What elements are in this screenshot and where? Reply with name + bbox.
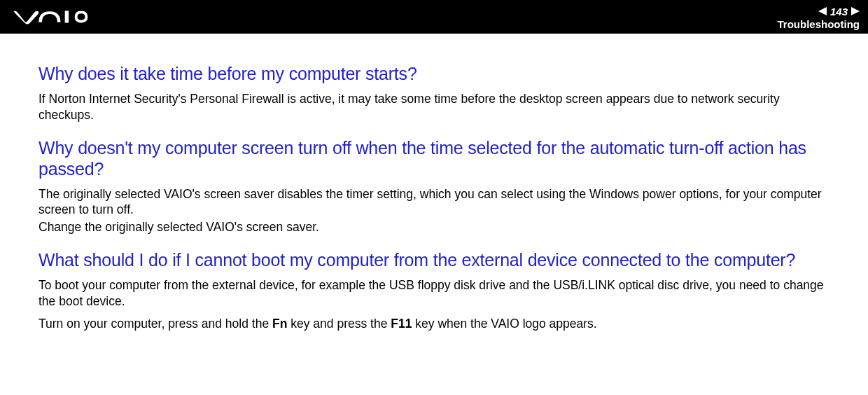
question-3-heading: What should I do if I cannot boot my com… bbox=[38, 249, 830, 270]
header-bar: 143 Troubleshooting bbox=[0, 0, 868, 34]
answer-3-p1: To boot your computer from the external … bbox=[38, 277, 830, 310]
answer-3-p2: Turn on your computer, press and hold th… bbox=[38, 316, 830, 332]
svg-rect-0 bbox=[65, 11, 69, 22]
answer-2: The originally selected VAIO's screen sa… bbox=[38, 186, 830, 235]
question-1-heading: Why does it take time before my computer… bbox=[38, 63, 830, 84]
page-navigation: 143 bbox=[818, 6, 860, 18]
page-number: 143 bbox=[828, 6, 850, 18]
nav-next-icon[interactable] bbox=[851, 7, 860, 15]
section-title: Troubleshooting bbox=[778, 18, 860, 30]
header-right: 143 Troubleshooting bbox=[778, 4, 860, 30]
answer-2-p1: The originally selected VAIO's screen sa… bbox=[38, 186, 830, 219]
answer-2-p2: Change the originally selected VAIO's sc… bbox=[38, 219, 830, 235]
vaio-logo bbox=[13, 8, 111, 25]
f11-key: F11 bbox=[391, 317, 412, 331]
answer-3: To boot your computer from the external … bbox=[38, 277, 830, 332]
answer-1: If Norton Internet Security's Personal F… bbox=[38, 91, 830, 123]
nav-prev-icon[interactable] bbox=[818, 7, 827, 15]
fn-key: Fn bbox=[272, 317, 287, 331]
question-2-heading: Why doesn't my computer screen turn off … bbox=[38, 137, 830, 179]
content-area: Why does it take time before my computer… bbox=[0, 34, 868, 360]
answer-1-text: If Norton Internet Security's Personal F… bbox=[38, 91, 830, 123]
